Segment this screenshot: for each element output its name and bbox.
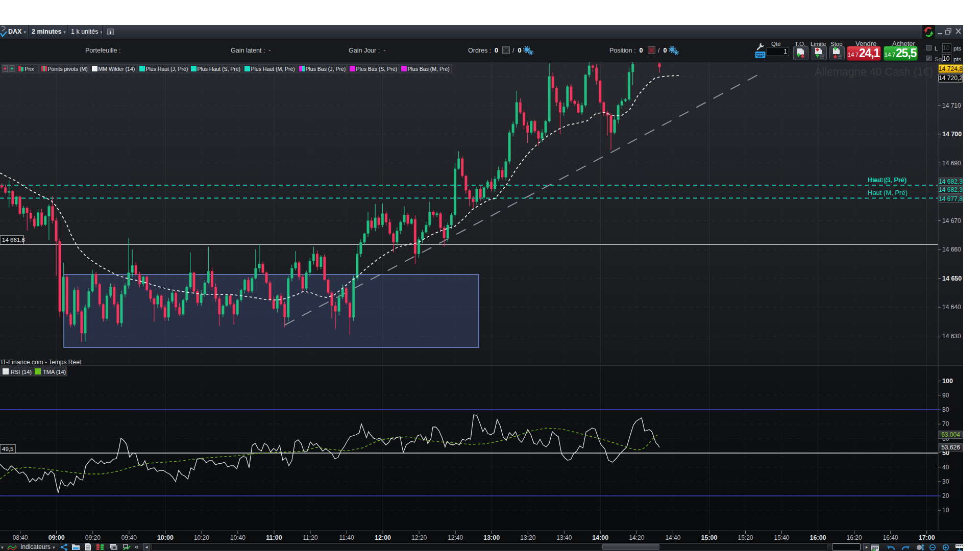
svg-text:49,5: 49,5 xyxy=(2,446,13,452)
svg-text:11:40: 11:40 xyxy=(339,534,354,541)
svg-text:Plus Bas (S, Pré): Plus Bas (S, Pré) xyxy=(356,66,398,72)
svg-text:14 677,8: 14 677,8 xyxy=(939,195,963,203)
svg-text:10:00: 10:00 xyxy=(157,534,174,541)
svg-text:14 720,2: 14 720,2 xyxy=(939,74,963,82)
svg-text:Haut (M, Pré): Haut (M, Pré) xyxy=(868,189,908,196)
svg-text:15:00: 15:00 xyxy=(701,534,718,541)
svg-text:16:20: 16:20 xyxy=(847,534,862,541)
svg-text:Prix: Prix xyxy=(25,66,35,72)
svg-text:63,004: 63,004 xyxy=(941,431,960,438)
svg-text:Plus Bas (M, Pré): Plus Bas (M, Pré) xyxy=(408,66,450,72)
svg-text:12:40: 12:40 xyxy=(448,534,463,541)
svg-text:Plus Haut (J, Pré): Plus Haut (J, Pré) xyxy=(146,66,188,72)
svg-text:Plus Haut (S, Pré): Plus Haut (S, Pré) xyxy=(198,66,241,72)
svg-text:80: 80 xyxy=(942,406,949,413)
svg-text:IT-Finance.com - Temps Réel: IT-Finance.com - Temps Réel xyxy=(1,359,81,366)
svg-text:MM Wilder (14): MM Wilder (14) xyxy=(99,66,135,72)
svg-text:10:20: 10:20 xyxy=(194,534,209,541)
svg-text:08:40: 08:40 xyxy=(13,534,28,541)
svg-text:12:20: 12:20 xyxy=(411,534,427,541)
svg-text:14 661,8: 14 661,8 xyxy=(2,237,25,243)
svg-text:14 630: 14 630 xyxy=(942,333,961,340)
svg-text:13:00: 13:00 xyxy=(483,534,500,541)
svg-text:10:40: 10:40 xyxy=(230,534,246,541)
svg-text:20: 20 xyxy=(942,492,949,499)
svg-text:09:00: 09:00 xyxy=(48,534,65,541)
svg-text:13:40: 13:40 xyxy=(556,534,572,541)
svg-text:30: 30 xyxy=(942,478,949,485)
svg-text:14 724,8: 14 724,8 xyxy=(939,65,963,72)
svg-text:14 670: 14 670 xyxy=(942,217,961,224)
svg-text:90: 90 xyxy=(942,392,949,399)
svg-text:14:20: 14:20 xyxy=(629,534,644,541)
svg-text:40: 40 xyxy=(942,464,949,471)
svg-text:15:20: 15:20 xyxy=(738,534,753,541)
svg-text:09:40: 09:40 xyxy=(121,534,137,541)
svg-text:TMA (14): TMA (14) xyxy=(43,369,66,375)
svg-text:14 650: 14 650 xyxy=(942,275,962,282)
svg-text:09:20: 09:20 xyxy=(85,534,101,541)
svg-text:14:40: 14:40 xyxy=(665,534,680,541)
svg-text:14 690: 14 690 xyxy=(942,160,961,167)
svg-text:100: 100 xyxy=(942,378,953,385)
svg-text:14 710: 14 710 xyxy=(942,102,961,109)
svg-text:14 660: 14 660 xyxy=(942,246,961,253)
svg-text:14:00: 14:00 xyxy=(592,534,608,541)
svg-text:17:00: 17:00 xyxy=(919,534,935,541)
svg-text:14 700: 14 700 xyxy=(942,131,962,138)
svg-text:13:20: 13:20 xyxy=(520,534,535,541)
svg-text:70: 70 xyxy=(942,420,949,428)
svg-text:RSI (14): RSI (14) xyxy=(11,369,32,375)
svg-text:14 682,3: 14 682,3 xyxy=(939,178,963,185)
svg-text:Plus Bas (J, Pré): Plus Bas (J, Pré) xyxy=(306,66,346,72)
svg-text:16:40: 16:40 xyxy=(883,534,898,541)
svg-text:12:00: 12:00 xyxy=(375,534,391,541)
svg-text:10: 10 xyxy=(942,507,949,514)
svg-text:14 640: 14 640 xyxy=(942,304,961,311)
svg-text:16:00: 16:00 xyxy=(810,534,826,541)
svg-text:Points pivots (M): Points pivots (M) xyxy=(48,66,88,72)
svg-text:Plus Haut (M, Pré): Plus Haut (M, Pré) xyxy=(251,66,295,72)
svg-text:14 682,3: 14 682,3 xyxy=(939,186,963,193)
svg-text:53,626: 53,626 xyxy=(941,444,960,451)
svg-text:11:20: 11:20 xyxy=(303,534,317,541)
svg-text:Haut (J, Pré): Haut (J, Pré) xyxy=(869,176,907,184)
svg-text:15:40: 15:40 xyxy=(774,534,789,541)
svg-text:11:00: 11:00 xyxy=(266,534,282,541)
